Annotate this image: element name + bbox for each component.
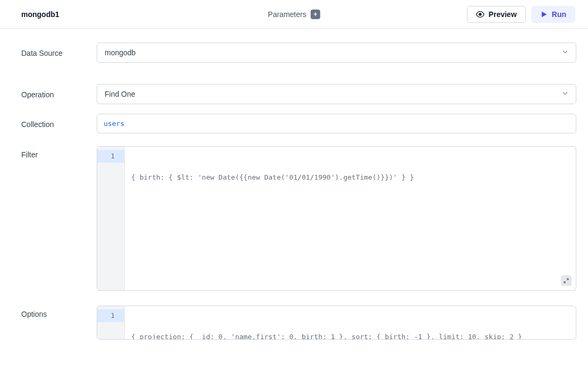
run-button-label: Run [552,10,566,19]
query-title[interactable]: mongodb1 [21,10,59,19]
form-content: Data Source mongodb Operation Find One C… [0,29,588,340]
operation-label: Operation [21,84,97,99]
header-actions: Preview Run [467,6,575,23]
filter-label: Filter [21,146,97,159]
options-gutter: 1 [97,306,125,339]
parameters-label: Parameters [268,10,306,19]
options-editor[interactable]: 1 { projection: { _id: 0, 'name.first': … [97,306,576,340]
filter-code: { birth: { $lt: 'new Date({{new Date('01… [131,171,569,183]
preview-button[interactable]: Preview [467,6,526,23]
chevron-down-icon [561,48,569,58]
chevron-down-icon [561,89,569,99]
filter-gutter: 1 [97,147,125,290]
collection-row: Collection users [21,114,576,133]
line-number: 1 [97,150,124,163]
expand-icon[interactable] [561,275,572,286]
run-button[interactable]: Run [531,6,575,23]
collection-value: users [104,120,124,128]
data-source-select[interactable]: mongodb [97,43,576,63]
parameters-section: Parameters + [268,10,320,19]
options-row: Options 1 { projection: { _id: 0, 'name.… [21,306,576,340]
operation-select[interactable]: Find One [97,84,576,104]
operation-value: Find One [105,90,135,98]
options-code-body[interactable]: { projection: { _id: 0, 'name.first': 0,… [125,306,576,339]
play-icon [540,11,548,18]
preview-button-label: Preview [489,10,517,19]
header-bar: mongodb1 Parameters + Preview Run [0,0,588,29]
filter-editor[interactable]: 1 { birth: { $lt: 'new Date({{new Date('… [97,146,576,291]
filter-code-body[interactable]: { birth: { $lt: 'new Date({{new Date('01… [125,147,576,290]
eye-icon [476,10,484,19]
collection-label: Collection [21,114,97,129]
options-code: { projection: { _id: 0, 'name.first': 0,… [131,331,569,340]
operation-row: Operation Find One [21,84,576,104]
options-label: Options [21,306,97,318]
filter-row: Filter 1 { birth: { $lt: 'new Date({{new… [21,146,576,291]
collection-input[interactable]: users [97,114,576,133]
svg-point-0 [479,13,481,15]
line-number: 1 [97,309,124,322]
add-parameter-button[interactable]: + [311,10,320,19]
data-source-value: mongodb [105,48,135,57]
data-source-label: Data Source [21,43,97,57]
data-source-row: Data Source mongodb [21,43,576,63]
